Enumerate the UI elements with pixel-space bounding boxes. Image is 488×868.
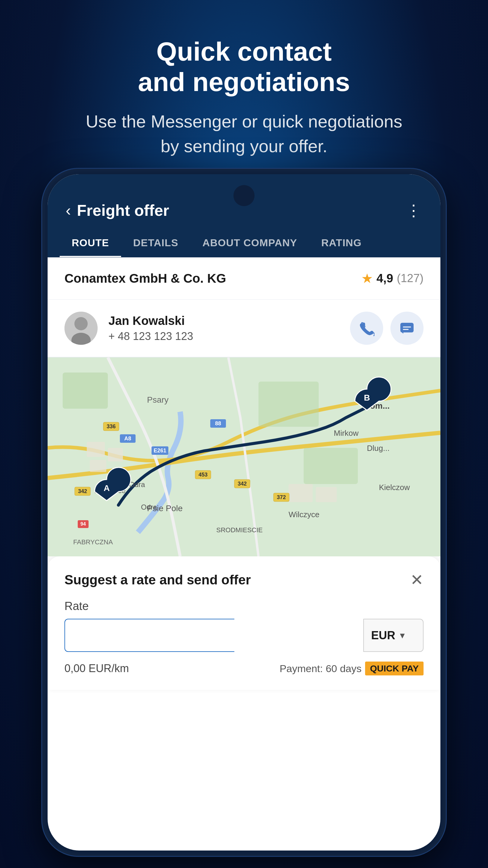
svg-text:Odra: Odra (141, 503, 157, 511)
contact-name: Jan Kowalski (108, 314, 193, 328)
call-button[interactable] (350, 312, 383, 345)
phone-mockup: ‹ Freight offer ⋮ ROUTE DETAILS ABOUT CO… (42, 169, 446, 856)
contact-actions (350, 312, 424, 345)
svg-rect-9 (108, 448, 123, 461)
svg-text:A8: A8 (124, 435, 131, 441)
close-button[interactable]: ✕ (410, 571, 424, 589)
rating-score: 4,9 (377, 272, 393, 285)
bottom-panel: Suggest a rate and send offer ✕ Rate EUR… (47, 556, 441, 690)
contact-card: Jan Kowalski + 48 123 123 123 (47, 300, 441, 358)
panel-title: Suggest a rate and send offer (64, 572, 251, 587)
svg-rect-11 (289, 484, 313, 502)
svg-text:336: 336 (107, 424, 116, 430)
camera-notch (233, 185, 255, 206)
tab-details[interactable]: DETAILS (121, 228, 190, 257)
tab-route[interactable]: ROUTE (60, 228, 121, 257)
rate-input-wrapper (64, 619, 363, 652)
rating-count: (127) (397, 272, 424, 285)
company-name: Conamtex GmbH & Co. KG (64, 271, 226, 286)
quickpay-badge: QUICK PAY (365, 661, 424, 675)
svg-rect-10 (90, 460, 106, 472)
hero-section: Quick contactand negotiations Use the Me… (0, 0, 488, 176)
svg-rect-7 (304, 448, 358, 484)
screen-title: Freight offer (77, 201, 169, 219)
map-area: 342 A8 E261 453 88 342 94 336 (47, 358, 441, 556)
currency-value: EUR (371, 629, 395, 642)
svg-text:372: 372 (277, 494, 286, 500)
currency-selector[interactable]: EUR ▾ (363, 619, 424, 652)
rating-section: ★ 4,9 (127) (361, 271, 424, 286)
star-icon: ★ (361, 271, 373, 286)
svg-rect-6 (258, 381, 319, 427)
contact-info: Jan Kowalski + 48 123 123 123 (64, 312, 193, 345)
svg-text:B: B (364, 393, 370, 402)
phone-outer: ‹ Freight offer ⋮ ROUTE DETAILS ABOUT CO… (42, 169, 446, 856)
svg-text:Odra: Odra (129, 480, 145, 489)
svg-text:Kielczow: Kielczow (379, 483, 410, 492)
payment-label: Payment: 60 days (280, 663, 361, 675)
tab-rating[interactable]: RATING (310, 228, 374, 257)
svg-text:342: 342 (78, 488, 87, 494)
payment-info: Payment: 60 days QUICK PAY (280, 661, 424, 675)
svg-text:E261: E261 (154, 447, 166, 454)
svg-text:FABRYCZNA: FABRYCZNA (73, 538, 113, 546)
svg-point-1 (74, 317, 88, 330)
more-menu-button[interactable]: ⋮ (406, 201, 422, 219)
hero-subtitle: Use the Messenger or quick negotiations … (78, 109, 410, 158)
rate-per-km: 0,00 EUR/km (64, 662, 129, 675)
svg-text:Psary: Psary (147, 395, 169, 404)
svg-text:453: 453 (198, 472, 207, 478)
svg-text:A: A (104, 484, 110, 493)
avatar (64, 312, 98, 345)
hero-title: Quick contactand negotiations (0, 36, 488, 97)
svg-rect-5 (63, 373, 108, 409)
tab-about-company[interactable]: ABOUT COMPANY (190, 228, 310, 257)
rate-input-row: EUR ▾ (64, 619, 424, 652)
panel-header: Suggest a rate and send offer ✕ (64, 571, 424, 589)
rate-label: Rate (64, 600, 424, 613)
rate-input[interactable] (64, 619, 234, 652)
svg-rect-12 (316, 487, 337, 502)
rate-info-row: 0,00 EUR/km Payment: 60 days QUICK PAY (64, 661, 424, 675)
message-button[interactable] (390, 312, 424, 345)
contact-phone: + 48 123 123 123 (108, 330, 193, 343)
svg-text:342: 342 (238, 481, 247, 487)
svg-text:Wilczyce: Wilczyce (289, 510, 320, 519)
chevron-down-icon: ▾ (400, 630, 404, 641)
app-header-left: ‹ Freight offer (66, 201, 169, 219)
svg-rect-8 (87, 442, 105, 457)
back-button[interactable]: ‹ (66, 201, 71, 219)
company-card: Conamtex GmbH & Co. KG ★ 4,9 (127) (47, 257, 441, 300)
svg-text:88: 88 (215, 421, 221, 427)
svg-text:Dlug...: Dlug... (367, 444, 390, 453)
svg-text:SRODMIESCIE: SRODMIESCIE (216, 526, 263, 534)
phone-screen: ‹ Freight offer ⋮ ROUTE DETAILS ABOUT CO… (47, 174, 441, 850)
svg-text:94: 94 (80, 521, 86, 527)
svg-rect-3 (400, 323, 414, 333)
contact-details: Jan Kowalski + 48 123 123 123 (108, 314, 193, 343)
map-svg: 342 A8 E261 453 88 342 94 336 (47, 358, 441, 556)
svg-text:Mirkow: Mirkow (334, 429, 359, 438)
navigation-tabs: ROUTE DETAILS ABOUT COMPANY RATING (47, 228, 441, 257)
